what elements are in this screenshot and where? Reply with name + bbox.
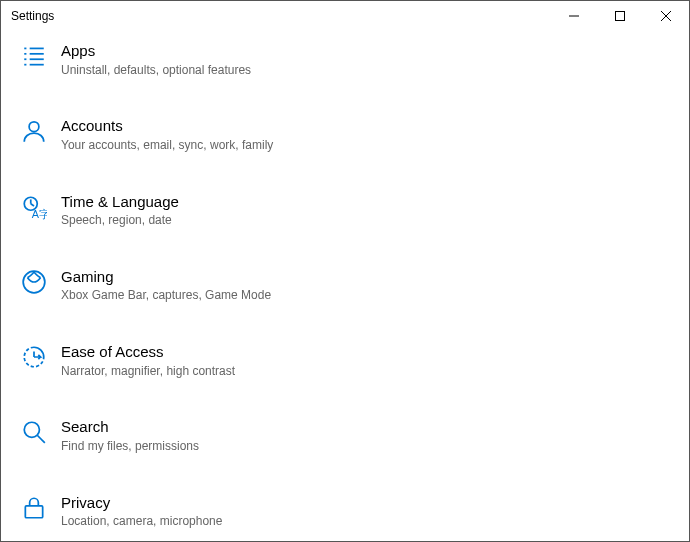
search-icon: [21, 419, 47, 445]
category-desc: Speech, region, date: [61, 212, 179, 229]
category-search[interactable]: Search Find my files, permissions: [15, 407, 689, 464]
svg-text:A字: A字: [32, 207, 47, 219]
settings-category-list: Apps Uninstall, defaults, optional featu…: [1, 31, 689, 542]
category-privacy[interactable]: Privacy Location, camera, microphone: [15, 483, 689, 540]
apps-icon: [21, 43, 47, 69]
category-title: Ease of Access: [61, 342, 235, 362]
window-title: Settings: [11, 9, 551, 23]
category-title: Search: [61, 417, 199, 437]
category-title: Accounts: [61, 116, 273, 136]
category-desc: Uninstall, defaults, optional features: [61, 62, 251, 79]
svg-line-20: [37, 436, 45, 444]
category-desc: Find my files, permissions: [61, 438, 199, 455]
category-desc: Xbox Game Bar, captures, Game Mode: [61, 287, 271, 304]
category-ease-of-access[interactable]: Ease of Access Narrator, magnifier, high…: [15, 332, 689, 389]
svg-rect-1: [616, 12, 625, 21]
category-gaming[interactable]: Gaming Xbox Game Bar, captures, Game Mod…: [15, 257, 689, 314]
close-button[interactable]: [643, 1, 689, 31]
maximize-button[interactable]: [597, 1, 643, 31]
category-accounts[interactable]: Accounts Your accounts, email, sync, wor…: [15, 106, 689, 163]
category-title: Privacy: [61, 493, 222, 513]
category-desc: Location, camera, microphone: [61, 513, 222, 530]
category-desc: Narrator, magnifier, high contrast: [61, 363, 235, 380]
minimize-button[interactable]: [551, 1, 597, 31]
gaming-icon: [21, 269, 47, 295]
svg-point-12: [29, 122, 39, 132]
category-apps[interactable]: Apps Uninstall, defaults, optional featu…: [15, 31, 689, 88]
category-time-language[interactable]: A字 Time & Language Speech, region, date: [15, 182, 689, 239]
titlebar: Settings: [1, 1, 689, 31]
category-title: Gaming: [61, 267, 271, 287]
category-title: Apps: [61, 41, 251, 61]
svg-line-15: [31, 203, 34, 205]
accounts-icon: [21, 118, 47, 144]
privacy-icon: [21, 495, 47, 521]
time-language-icon: A字: [21, 194, 47, 220]
svg-point-19: [24, 423, 39, 438]
category-title: Time & Language: [61, 192, 179, 212]
ease-of-access-icon: [21, 344, 47, 370]
category-desc: Your accounts, email, sync, work, family: [61, 137, 273, 154]
window-controls: [551, 1, 689, 31]
svg-rect-21: [25, 506, 42, 518]
